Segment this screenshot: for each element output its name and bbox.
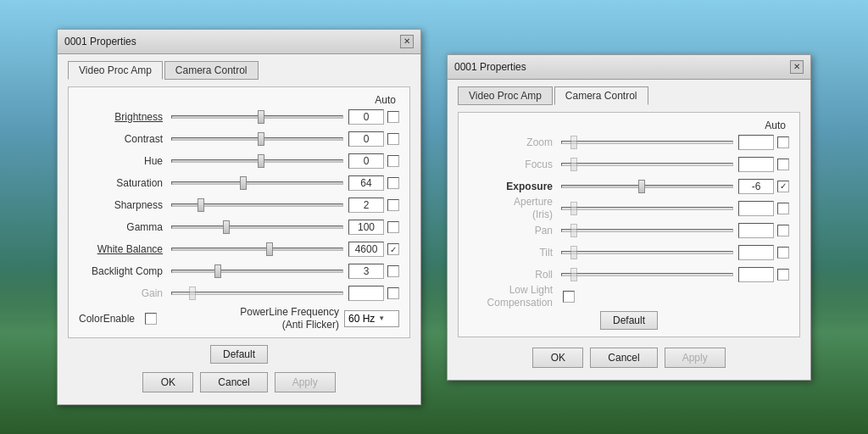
check-aperture[interactable]: [777, 203, 789, 214]
prop-row-exposure: Exposure -6: [469, 177, 789, 196]
value-exposure: -6: [738, 179, 774, 194]
check-pan[interactable]: [777, 225, 789, 236]
tab-camera-control-right[interactable]: Camera Control: [554, 86, 648, 105]
slider-hue[interactable]: [171, 159, 343, 163]
thumb-exposure[interactable]: [638, 180, 645, 193]
default-button-left[interactable]: Default: [210, 345, 268, 364]
check-exposure[interactable]: [777, 181, 789, 192]
prop-row-roll: Roll: [469, 265, 789, 284]
slider-brightness[interactable]: [171, 115, 343, 119]
thumb-contrast[interactable]: [258, 132, 264, 146]
dialog-video-proc-amp: 0001 Properties ✕ Video Proc Amp Camera …: [57, 29, 421, 405]
value-white-balance: 4600: [348, 242, 384, 257]
close-button-left[interactable]: ✕: [400, 35, 414, 48]
powerline-group: PowerLine Frequency(Anti Flicker) 60 Hz …: [240, 306, 399, 331]
titlebar-right: 0001 Properties ✕: [448, 55, 810, 80]
slider-focus: [561, 163, 733, 166]
check-zoom[interactable]: [777, 136, 789, 148]
check-lowlight[interactable]: [563, 291, 575, 303]
cancel-button-left[interactable]: Cancel: [200, 372, 267, 392]
thumb-gain: [189, 287, 196, 300]
check-brightness[interactable]: [387, 111, 399, 123]
tab-video-proc-amp[interactable]: Video Proc Amp: [68, 61, 163, 80]
slider-pan: [561, 229, 733, 232]
value-tilt: [738, 245, 774, 260]
dropdown-arrow-icon: ▼: [378, 314, 385, 322]
apply-button-left[interactable]: Apply: [275, 372, 336, 392]
slider-exposure[interactable]: [561, 185, 733, 188]
label-pan: Pan: [469, 225, 558, 236]
check-contrast[interactable]: [387, 133, 399, 145]
check-gain[interactable]: [387, 287, 399, 299]
label-focus: Focus: [469, 159, 558, 170]
powerline-value: 60 Hz: [348, 313, 375, 325]
label-lowlight: Low LightCompensation: [469, 284, 558, 309]
check-white-balance[interactable]: [387, 243, 399, 255]
tab-camera-control-left[interactable]: Camera Control: [164, 61, 259, 80]
value-pan: [738, 223, 774, 238]
slider-backlight-comp[interactable]: [171, 270, 343, 273]
label-sharpness: Sharpness: [79, 199, 168, 211]
check-backlight-comp[interactable]: [387, 265, 399, 277]
thumb-hue[interactable]: [258, 154, 264, 168]
thumb-white-balance[interactable]: [266, 242, 273, 256]
prop-row-contrast: Contrast 0: [79, 130, 399, 148]
ok-button-right[interactable]: OK: [532, 348, 583, 368]
dialog-buttons-right: OK Cancel Apply: [458, 344, 800, 370]
slider-tilt: [561, 251, 733, 254]
check-color-enable[interactable]: [145, 313, 157, 325]
slider-gain: [171, 292, 343, 295]
label-hue: Hue: [79, 155, 168, 167]
auto-label-left: Auto: [375, 94, 396, 106]
prop-row-white-balance: White Balance 4600: [79, 240, 399, 259]
auto-label-right: Auto: [765, 120, 786, 131]
thumb-gamma[interactable]: [223, 220, 230, 234]
thumb-roll: [570, 268, 577, 281]
tab-video-proc-amp-right[interactable]: Video Proc Amp: [458, 86, 553, 105]
thumb-brightness[interactable]: [258, 110, 264, 124]
label-exposure: Exposure: [469, 181, 558, 192]
prop-row-backlight-comp: Backlight Comp 3: [79, 262, 399, 281]
thumb-saturation[interactable]: [240, 176, 247, 190]
check-focus[interactable]: [777, 159, 789, 170]
tabs-row-left: Video Proc Amp Camera Control: [68, 61, 410, 80]
slider-gamma[interactable]: [171, 225, 343, 229]
slider-saturation[interactable]: [171, 181, 343, 185]
check-gamma[interactable]: [387, 221, 399, 233]
close-button-right[interactable]: ✕: [790, 60, 804, 74]
slider-contrast[interactable]: [171, 137, 343, 141]
slider-white-balance[interactable]: [171, 248, 343, 251]
label-zoom: Zoom: [469, 136, 558, 148]
label-backlight-comp: Backlight Comp: [79, 265, 168, 277]
default-button-right[interactable]: Default: [600, 311, 658, 330]
check-hue[interactable]: [387, 155, 399, 167]
thumb-sharpness[interactable]: [198, 198, 204, 212]
thumb-backlight-comp[interactable]: [214, 264, 221, 278]
prop-row-lowlight: Low LightCompensation: [469, 287, 789, 306]
check-sharpness[interactable]: [387, 199, 399, 211]
prop-row-brightness: Brightness 0: [79, 108, 399, 126]
thumb-pan: [570, 224, 577, 237]
prop-row-hue: Hue 0: [79, 152, 399, 170]
check-saturation[interactable]: [387, 177, 399, 189]
cancel-button-right[interactable]: Cancel: [590, 348, 657, 368]
apply-button-right[interactable]: Apply: [665, 348, 726, 368]
label-powerline: PowerLine Frequency(Anti Flicker): [240, 306, 339, 331]
prop-row-gamma: Gamma 100: [79, 218, 399, 236]
powerline-select[interactable]: 60 Hz ▼: [344, 310, 399, 327]
auto-header-left: Auto: [79, 94, 399, 106]
value-brightness: 0: [348, 109, 384, 125]
value-backlight-comp: 3: [348, 264, 384, 279]
label-gamma: Gamma: [79, 221, 168, 233]
value-zoom: [738, 135, 774, 150]
ok-button-left[interactable]: OK: [142, 372, 193, 392]
prop-row-focus: Focus: [469, 155, 789, 174]
check-roll[interactable]: [777, 269, 789, 281]
value-sharpness: 2: [348, 198, 384, 213]
slider-roll: [561, 273, 733, 276]
color-enable-group: ColorEnable: [79, 313, 157, 325]
slider-sharpness[interactable]: [171, 203, 343, 207]
check-tilt[interactable]: [777, 247, 789, 259]
prop-row-tilt: Tilt: [469, 243, 789, 262]
label-gain: Gain: [79, 287, 168, 299]
